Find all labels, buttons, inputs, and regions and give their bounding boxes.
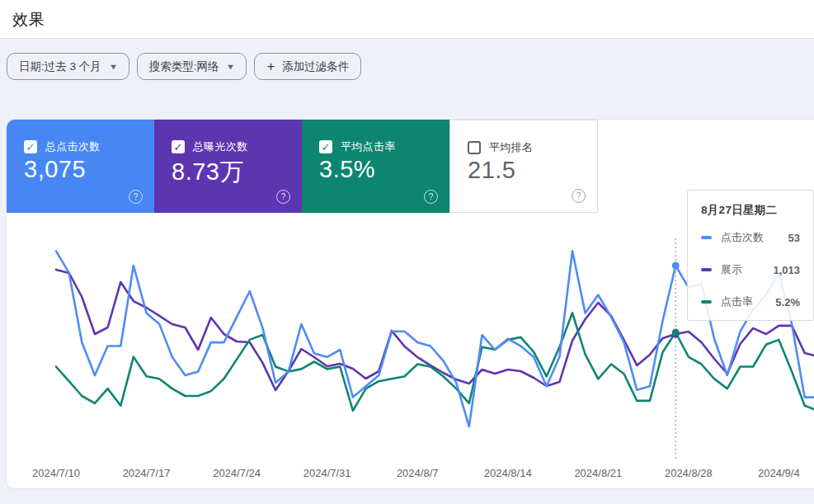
- checkbox-checked-icon[interactable]: ✓: [24, 140, 37, 153]
- help-icon[interactable]: ?: [129, 190, 143, 204]
- checkbox-unchecked-icon[interactable]: [468, 141, 481, 154]
- date-filter-chip[interactable]: 日期:过去 3 个月 ▼: [7, 53, 129, 80]
- help-icon[interactable]: ?: [276, 190, 290, 204]
- x-axis-label: 2024/8/7: [397, 467, 439, 479]
- caret-down-icon: ▼: [108, 63, 118, 71]
- checkbox-checked-icon[interactable]: ✓: [319, 140, 332, 153]
- clicks-legend-dash-icon: [701, 236, 712, 239]
- add-filter-label: 添加过滤条件: [282, 59, 349, 74]
- x-axis-label: 2024/8/14: [484, 467, 532, 479]
- caret-down-icon: ▼: [226, 63, 236, 71]
- add-filter-chip[interactable]: + 添加过滤条件: [254, 53, 361, 80]
- tooltip-metric-label: 展示: [721, 262, 742, 277]
- help-icon[interactable]: ?: [424, 190, 438, 204]
- tooltip-metric-value: 5.2%: [775, 296, 800, 309]
- plus-icon: +: [266, 59, 275, 75]
- tooltip-row-ctr: 点击率 5.2%: [701, 294, 800, 309]
- metric-value: 8.73万: [172, 156, 244, 189]
- metric-value: 3.5%: [319, 156, 375, 183]
- metric-value: 21.5: [468, 157, 515, 184]
- x-axis: 2024/7/102024/7/172024/7/242024/7/312024…: [0, 467, 814, 483]
- top-bar: 效果: [0, 0, 814, 39]
- tooltip-metric-value: 1,013: [773, 264, 800, 276]
- tooltip-date: 8月27日星期二: [701, 203, 800, 218]
- metric-card-impressions[interactable]: ✓ 总曝光次数 8.73万 ?: [154, 120, 302, 213]
- ctr-legend-dash-icon: [701, 300, 712, 304]
- metric-card-position[interactable]: 平均排名 21.5 ?: [449, 120, 598, 213]
- search-type-filter-label: 搜索类型:网络: [149, 59, 219, 74]
- x-axis-label: 2024/7/17: [123, 467, 171, 479]
- x-axis-label: 2024/7/24: [213, 467, 261, 479]
- tooltip-metric-label: 点击次数: [721, 230, 764, 245]
- chart-tooltip: 8月27日星期二 点击次数 53 展示 1,013 点击率 5.2%: [687, 190, 814, 321]
- x-axis-label: 2024/7/10: [32, 467, 80, 479]
- x-axis-label: 2024/8/21: [574, 467, 622, 479]
- x-axis-label: 2024/8/28: [665, 467, 713, 479]
- x-axis-label: 2024/7/31: [303, 467, 351, 479]
- metric-label: 总曝光次数: [193, 139, 248, 154]
- date-filter-label: 日期:过去 3 个月: [19, 59, 101, 74]
- metric-label: 总点击次数: [45, 139, 101, 154]
- page-title: 效果: [12, 9, 45, 31]
- metric-card-ctr[interactable]: ✓ 平均点击率 3.5% ?: [302, 120, 449, 213]
- metric-card-clicks[interactable]: ✓ 总点击次数 3,075 ?: [7, 120, 154, 213]
- help-icon[interactable]: ?: [572, 189, 586, 203]
- metric-label: 平均排名: [489, 140, 533, 155]
- tooltip-metric-label: 点击率: [721, 294, 753, 309]
- search-type-filter-chip[interactable]: 搜索类型:网络 ▼: [137, 53, 247, 80]
- tooltip-row-clicks: 点击次数 53: [701, 230, 800, 245]
- x-axis-label: 2024/9/4: [758, 467, 800, 479]
- metric-label: 平均点击率: [341, 139, 396, 154]
- metric-value: 3,075: [24, 156, 86, 183]
- impressions-legend-dash-icon: [701, 268, 712, 271]
- tooltip-row-impressions: 展示 1,013: [701, 262, 800, 277]
- filter-bar: 日期:过去 3 个月 ▼ 搜索类型:网络 ▼ + 添加过滤条件: [7, 53, 361, 80]
- tooltip-metric-value: 53: [788, 232, 800, 244]
- checkbox-checked-icon[interactable]: ✓: [172, 140, 185, 153]
